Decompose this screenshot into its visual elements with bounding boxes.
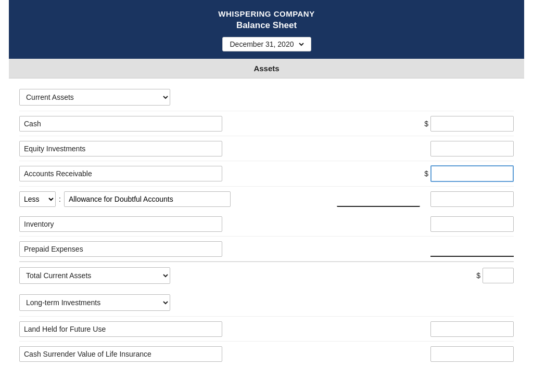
- total-current-assets-row: Total Current Assets $: [19, 262, 514, 289]
- allowance-mid-value[interactable]: [337, 191, 420, 207]
- cash-row: $: [19, 111, 514, 136]
- ar-dollar-sign: $: [424, 169, 428, 178]
- land-value-input[interactable]: [430, 321, 514, 337]
- inventory-row: [19, 212, 514, 237]
- equity-label-input[interactable]: [19, 141, 222, 156]
- current-assets-dropdown[interactable]: Current Assets: [19, 89, 170, 106]
- equity-investments-row: [19, 136, 514, 161]
- company-name: WHISPERING COMPANY: [19, 9, 514, 18]
- less-dropdown[interactable]: Less Add: [19, 191, 56, 207]
- longterm-row: Long-term Investments: [19, 289, 514, 317]
- date-select[interactable]: December 31, 2020: [228, 40, 306, 49]
- cash-label-input[interactable]: [19, 116, 222, 132]
- land-row: [19, 317, 514, 342]
- inventory-label-input[interactable]: [19, 216, 222, 232]
- cs-label-col: [19, 346, 243, 362]
- assets-section-header: Assets: [9, 59, 524, 79]
- ar-label-input[interactable]: [19, 166, 222, 181]
- cash-surrender-row: [19, 342, 514, 367]
- prepaid-row: [19, 237, 514, 262]
- land-label-input[interactable]: [19, 321, 222, 337]
- total-current-assets-input[interactable]: [483, 268, 514, 283]
- current-assets-row: Current Assets: [19, 84, 514, 111]
- equity-label-col: [19, 141, 243, 156]
- accounts-receivable-row: $: [19, 161, 514, 187]
- ar-label-col: [19, 166, 243, 181]
- allowance-label-input[interactable]: [64, 191, 231, 207]
- total-dollar-sign: $: [476, 271, 480, 280]
- cash-value-input[interactable]: [430, 116, 514, 132]
- page-title: Balance Sheet: [19, 20, 514, 31]
- colon: :: [59, 195, 61, 203]
- date-selector[interactable]: December 31, 2020: [222, 37, 311, 51]
- total-current-assets-dropdown[interactable]: Total Current Assets: [19, 267, 170, 284]
- ar-value-input[interactable]: [430, 165, 514, 182]
- land-label-col: [19, 321, 243, 337]
- prepaid-value-input[interactable]: [430, 241, 514, 257]
- current-assets-label-col: Current Assets: [19, 89, 243, 106]
- prepaid-label-input[interactable]: [19, 241, 222, 257]
- cash-label-col: [19, 116, 243, 132]
- inventory-value-input[interactable]: [430, 216, 514, 232]
- page-header: WHISPERING COMPANY Balance Sheet Decembe…: [9, 0, 524, 59]
- longterm-investments-dropdown[interactable]: Long-term Investments: [19, 294, 170, 311]
- allowance-row: Less Add :: [19, 187, 514, 212]
- allowance-right-value[interactable]: [430, 191, 514, 207]
- assets-label: Assets: [253, 64, 279, 73]
- cash-dollar-sign: $: [424, 120, 428, 128]
- equity-value-input[interactable]: [430, 141, 514, 156]
- inventory-label-col: [19, 216, 243, 232]
- cs-label-input[interactable]: [19, 346, 222, 362]
- cs-value-input[interactable]: [430, 346, 514, 362]
- prepaid-label-col: [19, 241, 243, 257]
- balance-sheet-content: Current Assets $ $: [9, 79, 524, 372]
